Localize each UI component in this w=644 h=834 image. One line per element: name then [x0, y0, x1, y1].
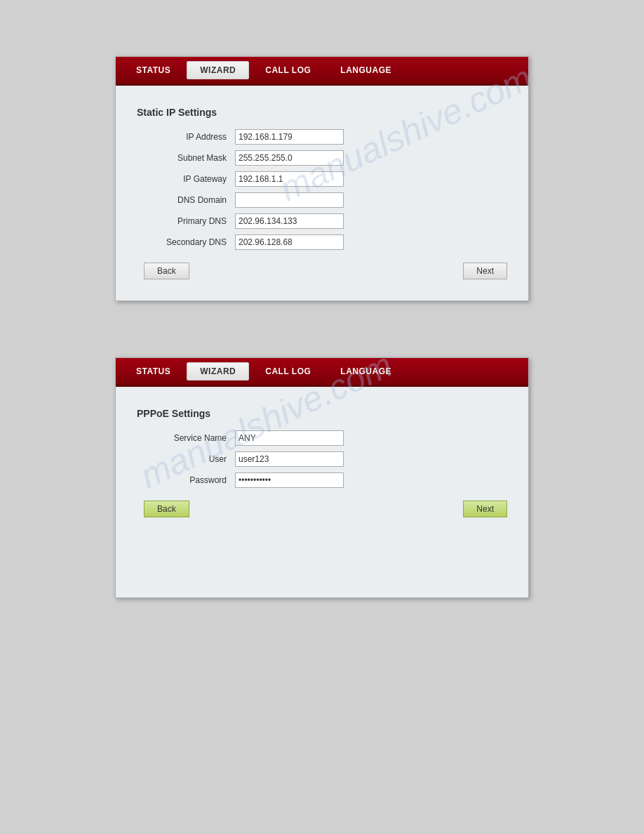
back-button-2[interactable]: Back: [144, 501, 189, 517]
field-row-user: User: [144, 451, 507, 467]
field-row-primary-dns: Primary DNS: [144, 213, 507, 229]
field-row-secondary-dns: Secondary DNS: [144, 234, 507, 250]
tab-language-2[interactable]: LANGUAGE: [327, 362, 405, 380]
section-title-2: PPPoE Settings: [137, 408, 507, 419]
next-button-2[interactable]: Next: [463, 501, 507, 517]
tab-calllog-2[interactable]: CALL LOG: [252, 362, 324, 380]
input-ip-gateway[interactable]: [235, 171, 344, 187]
label-secondary-dns: Secondary DNS: [144, 237, 235, 247]
input-subnet-mask[interactable]: [235, 150, 344, 166]
button-row-1: Back Next: [144, 263, 507, 279]
field-row-ip-address: IP Address: [144, 129, 507, 145]
tab-calllog-1[interactable]: CALL LOG: [252, 61, 324, 79]
label-ip-address: IP Address: [144, 132, 235, 142]
input-secondary-dns[interactable]: [235, 234, 344, 250]
label-dns-domain: DNS Domain: [144, 195, 235, 205]
input-primary-dns[interactable]: [235, 213, 344, 229]
field-row-service-name: Service Name: [144, 430, 507, 446]
field-row-password: Password: [144, 472, 507, 488]
input-password[interactable]: [235, 472, 344, 488]
label-service-name: Service Name: [144, 433, 235, 443]
form-table-1: IP Address Subnet Mask IP Gateway DNS Do…: [144, 129, 507, 279]
tab-status-2[interactable]: STATUS: [123, 362, 184, 380]
field-row-ip-gateway: IP Gateway: [144, 171, 507, 187]
tab-status-1[interactable]: STATUS: [123, 61, 184, 79]
input-service-name[interactable]: [235, 430, 344, 446]
panel-pppoe: STATUS WIZARD CALL LOG LANGUAGE PPPoE Se…: [115, 357, 529, 598]
label-password: Password: [144, 475, 235, 485]
label-ip-gateway: IP Gateway: [144, 174, 235, 184]
panel-static-ip: STATUS WIZARD CALL LOG LANGUAGE Static I…: [115, 56, 529, 301]
nav-bar-2: STATUS WIZARD CALL LOG LANGUAGE: [116, 358, 528, 387]
label-primary-dns: Primary DNS: [144, 216, 235, 226]
tab-wizard-1[interactable]: WIZARD: [187, 61, 249, 79]
section-title-1: Static IP Settings: [137, 107, 507, 118]
next-button-1[interactable]: Next: [463, 263, 507, 279]
field-row-dns-domain: DNS Domain: [144, 192, 507, 208]
panel-body-2: PPPoE Settings Service Name User Passwor…: [116, 387, 528, 597]
back-button-1[interactable]: Back: [144, 263, 189, 279]
label-subnet-mask: Subnet Mask: [144, 153, 235, 163]
nav-bar-1: STATUS WIZARD CALL LOG LANGUAGE: [116, 57, 528, 86]
button-row-2: Back Next: [144, 501, 507, 517]
panel-body-1: Static IP Settings IP Address Subnet Mas…: [116, 86, 528, 300]
input-user[interactable]: [235, 451, 344, 467]
tab-wizard-2[interactable]: WIZARD: [187, 362, 249, 380]
field-row-subnet-mask: Subnet Mask: [144, 150, 507, 166]
label-user: User: [144, 454, 235, 464]
input-dns-domain[interactable]: [235, 192, 344, 208]
tab-language-1[interactable]: LANGUAGE: [327, 61, 405, 79]
input-ip-address[interactable]: [235, 129, 344, 145]
form-table-2: Service Name User Password Back Next: [144, 430, 507, 517]
